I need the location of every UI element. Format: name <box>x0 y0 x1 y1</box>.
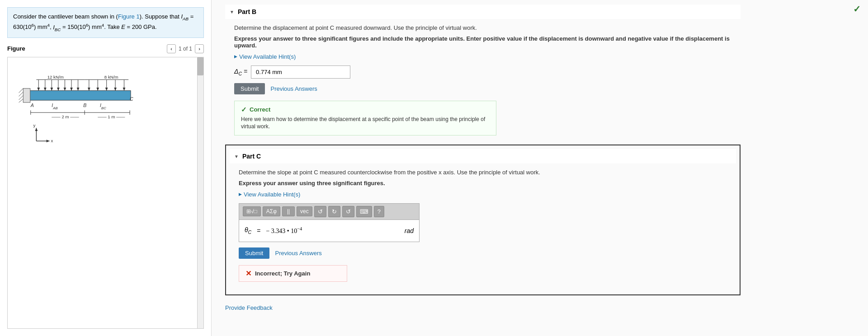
toolbar-vec-btn[interactable]: vec <box>297 206 312 216</box>
toolbar-symbol-btn[interactable]: AΣφ <box>263 206 280 216</box>
part-b-submit-row: Submit Previous Answers <box>234 83 741 94</box>
svg-marker-6 <box>50 88 53 91</box>
part-b-label: Part B <box>238 8 256 15</box>
svg-text:C: C <box>130 96 133 102</box>
svg-line-30 <box>19 89 24 93</box>
svg-line-31 <box>19 92 24 96</box>
part-c-submit-btn[interactable]: Submit <box>239 247 269 259</box>
svg-line-32 <box>19 95 24 100</box>
part-c-triangle: ▼ <box>234 154 239 159</box>
svg-marker-18 <box>88 88 90 91</box>
svg-text:—— 2 m ——: —— 2 m —— <box>52 114 79 119</box>
svg-marker-48 <box>47 140 50 142</box>
part-c-label: Part C <box>242 153 261 160</box>
toolbar-help-btn[interactable]: ? <box>374 206 384 217</box>
left-panel: Consider the cantilever beam shown in (F… <box>0 0 212 336</box>
toolbar-formula-btn[interactable]: ⊞√□ <box>243 206 261 216</box>
part-c-content: Determine the slope at point C measured … <box>230 163 736 282</box>
part-b-header[interactable]: ▼ Part B <box>225 5 741 19</box>
incorrect-x-icon: ✕ <box>245 269 251 278</box>
svg-text:y: y <box>33 123 36 128</box>
svg-marker-10 <box>64 88 66 91</box>
math-equals-sign: = <box>257 227 260 234</box>
svg-text:B: B <box>83 102 86 107</box>
part-c-incorrect-text: Incorrect; Try Again <box>255 270 310 277</box>
part-b-correct-title: ✓ Correct <box>241 106 490 114</box>
part-c-section: ▼ Part C Determine the slope at point C … <box>230 149 736 282</box>
part-c-hint-link[interactable]: View Available Hint(s) <box>239 191 736 198</box>
math-value-display[interactable]: − 3.343 • 10−4 <box>266 226 397 235</box>
part-b-correct-desc: Here we learn how to determine the displ… <box>241 116 490 131</box>
toolbar-redo-btn[interactable]: ↻ <box>328 206 340 217</box>
part-c-wrapper: ▼ Part C Determine the slope at point C … <box>225 145 741 295</box>
problem-statement: Consider the cantilever beam shown in (F… <box>7 7 204 38</box>
svg-marker-12 <box>70 88 73 91</box>
part-c-emphasis: Express your answer using three signific… <box>239 180 736 187</box>
svg-marker-4 <box>44 88 47 91</box>
part-b-hint-link[interactable]: View Available Hint(s) <box>234 53 741 60</box>
part-b-prev-answers[interactable]: Previous Answers <box>270 85 317 92</box>
svg-rect-28 <box>30 90 131 100</box>
math-theta-label: θC <box>245 226 251 235</box>
part-c-incorrect-box: ✕ Incorrect; Try Again <box>239 265 347 282</box>
part-c-submit-row: Submit Previous Answers <box>239 247 736 259</box>
part-b-section: ▼ Part B Determine the displacement at p… <box>225 5 741 135</box>
toolbar-undo-btn[interactable]: ↺ <box>314 206 326 217</box>
math-toolbar: ⊞√□ AΣφ || vec ↺ ↻ ↺ ⌨ ? <box>239 203 420 219</box>
provide-feedback-link[interactable]: Provide Feedback <box>225 300 273 311</box>
svg-marker-8 <box>57 88 60 91</box>
correct-checkmark: ✓ <box>241 106 247 114</box>
svg-marker-2 <box>37 88 40 91</box>
svg-text:A: A <box>30 102 34 107</box>
svg-text:IAB: IAB <box>52 102 57 110</box>
figure-scroll-thumb[interactable] <box>197 57 203 75</box>
right-panel: ✓ ▼ Part B Determine the displacement at… <box>212 0 868 336</box>
svg-marker-26 <box>123 88 126 91</box>
svg-rect-29 <box>23 89 30 103</box>
svg-marker-20 <box>96 88 99 91</box>
figure-prev-btn[interactable]: ‹ <box>167 44 176 53</box>
svg-text:12 kN/m: 12 kN/m <box>47 75 64 79</box>
math-input-area[interactable]: θC = − 3.343 • 10−4 rad <box>239 219 420 242</box>
svg-text:—— 1 m ——: —— 1 m —— <box>98 114 125 119</box>
svg-marker-49 <box>35 128 38 131</box>
part-c-prev-answers[interactable]: Previous Answers <box>275 250 321 257</box>
svg-marker-24 <box>114 88 117 91</box>
toolbar-keyboard-btn[interactable]: ⌨ <box>356 206 372 217</box>
part-b-answer-input[interactable] <box>251 65 350 79</box>
top-right-checkmark: ✓ <box>853 4 861 14</box>
toolbar-refresh-btn[interactable]: ↺ <box>342 206 354 217</box>
toolbar-abs-btn[interactable]: || <box>282 206 295 216</box>
svg-text:x: x <box>51 138 53 143</box>
part-b-answer-label: ΔC = <box>234 68 247 76</box>
part-b-submit-btn[interactable]: Submit <box>234 83 265 94</box>
svg-text:IBC: IBC <box>100 102 106 110</box>
part-b-triangle: ▼ <box>230 9 234 14</box>
figure-title: Figure <box>7 45 25 52</box>
right-content: ▼ Part B Determine the displacement at p… <box>212 0 754 325</box>
part-c-description: Determine the slope at point C measured … <box>239 168 736 177</box>
svg-text:8 kN/m: 8 kN/m <box>104 75 118 79</box>
part-b-content: Determine the displacement at point C me… <box>225 19 741 135</box>
figure-header: Figure ‹ 1 of 1 › <box>7 44 204 53</box>
math-unit-label: rad <box>405 227 414 234</box>
svg-marker-22 <box>105 88 108 91</box>
figure-scrollbar[interactable] <box>197 57 203 328</box>
figure1-link[interactable]: Figure 1 <box>118 13 140 20</box>
figure-nav-text: 1 of 1 <box>179 46 192 52</box>
svg-marker-14 <box>77 88 80 91</box>
part-b-description: Determine the displacement at point C me… <box>234 23 741 33</box>
beam-diagram: 12 kN/m 8 kN/m <box>12 71 161 168</box>
part-b-emphasis: Express your answer to three significant… <box>234 35 741 49</box>
figure-area: 12 kN/m 8 kN/m <box>7 57 204 329</box>
figure-next-btn[interactable]: › <box>195 44 204 53</box>
part-b-correct-box: ✓ Correct Here we learn how to determine… <box>234 101 496 136</box>
figure-nav: ‹ 1 of 1 › <box>167 44 204 53</box>
part-b-answer-row: ΔC = <box>234 65 741 79</box>
math-toolbar-container: ⊞√□ AΣφ || vec ↺ ↻ ↺ ⌨ ? θC = <box>239 203 420 242</box>
part-c-header[interactable]: ▼ Part C <box>230 149 736 163</box>
